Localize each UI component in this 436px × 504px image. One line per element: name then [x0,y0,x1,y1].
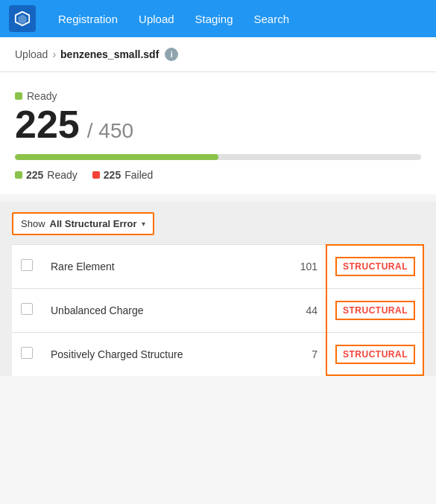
progress-bar-fill [15,154,218,160]
info-icon[interactable]: i [165,48,178,61]
nav-search[interactable]: Search [243,0,300,37]
nav-staging[interactable]: Staging [185,0,244,37]
filter-value: All Structural Error [50,218,137,229]
row-checkbox-0[interactable] [21,259,33,271]
structural-badge-0: STRUCTURAL [335,257,415,276]
error-count-1: 44 [272,289,326,333]
legend-ready-label: Ready [47,169,77,181]
filter-dropdown-button[interactable]: Show All Structural Error ▾ [12,212,154,235]
row-checkbox-2[interactable] [21,347,33,359]
badge-cell-0: STRUCTURAL [326,245,424,289]
legend-dot-green [15,171,22,179]
ready-text: Ready [27,90,57,102]
legend-failed: 225 Failed [92,169,154,181]
error-name-0: Rare Element [42,245,272,289]
logo [9,5,36,32]
count-total: / 450 [87,119,133,143]
breadcrumb-filename: benzenes_small.sdf [60,48,159,60]
table-row: Unbalanced Charge 44 STRUCTURAL [12,289,424,333]
nav-registration[interactable]: Registration [48,0,128,37]
legend-dot-red [92,171,100,179]
legend-ready: 225 Ready [15,169,78,181]
nav-upload[interactable]: Upload [128,0,185,37]
legend-failed-label: Failed [124,169,153,181]
legend-failed-count: 225 [104,169,121,181]
error-count-0: 101 [272,245,326,289]
filter-show-label: Show [21,218,45,229]
structural-badge-1: STRUCTURAL [335,301,415,320]
table-row: Rare Element 101 STRUCTURAL [12,245,424,289]
error-name-2: Positively Charged Structure [42,333,272,377]
structural-badge-2: STRUCTURAL [335,345,415,364]
navbar: Registration Upload Staging Search [0,0,436,37]
ready-label: Ready [15,90,421,102]
svg-marker-1 [19,15,27,25]
breadcrumb-parent[interactable]: Upload [15,48,48,60]
error-table: Rare Element 101 STRUCTURAL Unbalanced C… [12,244,424,376]
filter-section: Show All Structural Error ▾ Rare Element… [0,202,436,376]
stats-section: Ready 225 / 450 225 Ready 225 Failed [0,72,436,194]
progress-bar [15,154,421,160]
breadcrumb: Upload › benzenes_small.sdf i [0,37,436,72]
count-line: 225 / 450 [15,105,421,144]
badge-cell-1: STRUCTURAL [326,289,424,333]
count-ready: 225 [15,105,80,144]
breadcrumb-separator: › [52,48,56,60]
error-count-2: 7 [272,333,326,377]
chevron-down-icon: ▾ [142,220,145,228]
badge-cell-2: STRUCTURAL [326,333,424,377]
ready-dot [15,92,22,100]
legend-ready-count: 225 [26,169,43,181]
table-row: Positively Charged Structure 7 STRUCTURA… [12,333,424,377]
legend: 225 Ready 225 Failed [15,169,421,181]
row-checkbox-1[interactable] [21,303,33,315]
error-name-1: Unbalanced Charge [42,289,272,333]
